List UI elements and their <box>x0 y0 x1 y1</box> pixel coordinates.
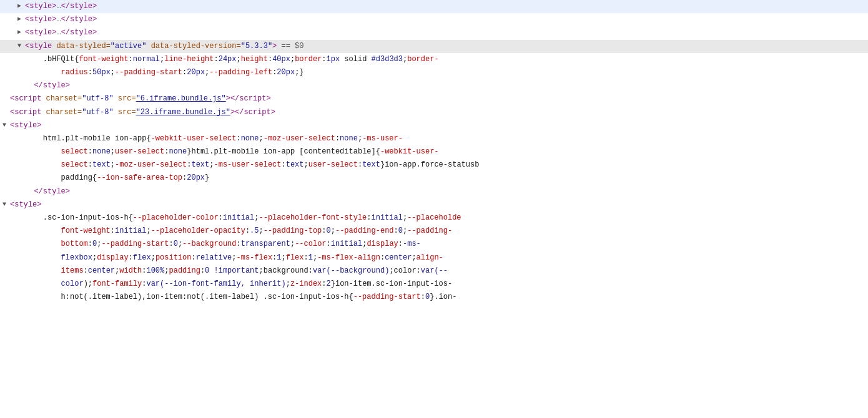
css-sc-ion-line7: h:not(.item-label),ion-item:not(.item-la… <box>0 291 868 304</box>
style-tag3-content: <style> <box>10 199 868 211</box>
css-colon-dis2: : <box>129 253 133 262</box>
css-val-initial4: initial <box>331 240 362 248</box>
style-tag3-open: <style> <box>10 200 41 209</box>
css-prop-line-height: line-height <box>164 55 214 64</box>
toggle-active-style[interactable] <box>17 41 25 48</box>
toggle-style3[interactable] <box>17 27 25 34</box>
css-val-initial2: initial <box>372 213 403 222</box>
active-style-tag-content: <style data-styled="active" data-styled-… <box>25 41 868 52</box>
ellipsis-3: … <box>56 28 61 37</box>
css-semi-ps2: ; <box>178 240 182 248</box>
css-indent-padding: padding{ <box>25 173 97 182</box>
css-padding-end: --padding-end <box>335 226 394 235</box>
css-colon-flex: : <box>304 253 308 262</box>
style-close1: </style> <box>34 81 70 90</box>
css-padding2: padding <box>169 266 200 275</box>
css-val-isat-20px: 20px <box>187 173 205 182</box>
space1 <box>146 42 150 51</box>
css-color: --color <box>295 240 326 248</box>
toggle-style1[interactable] <box>17 1 25 8</box>
css-rule-bhfqlt: .bHFQlt{font-weight:normal;line-height:2… <box>0 53 868 66</box>
css-sc-ion-content1: .sc-ion-input-ios-h{--placeholder-color:… <box>25 212 868 224</box>
css-html-plt-cont2-content: select:text;-moz-user-select:text;-ms-us… <box>25 159 868 171</box>
css-colon4: : <box>322 55 326 64</box>
css-semi-sc2: ; <box>111 160 115 169</box>
css-selector-sc-ion: .sc-ion-input-ios-h{ <box>25 213 133 222</box>
css-colon-ps2: : <box>169 240 173 248</box>
css-sc-ion-content6: color);font-family:var(--ion-font-family… <box>25 278 868 290</box>
css-colon-sc: : <box>88 147 92 156</box>
css-val-ms-flexbox: -ms- <box>403 240 421 248</box>
script2-charset: charset= <box>46 108 82 117</box>
css-html-plt-mobile-content: html.plt-mobile ion-app{-webkit-user-sel… <box>25 133 868 145</box>
css-bg-var: background: <box>264 266 313 275</box>
css-val-transparent: transparent <box>241 240 290 248</box>
css-semi-msf: ; <box>282 253 286 262</box>
css-bottom: bottom <box>61 240 88 248</box>
css-val-initial3: initial <box>115 226 146 235</box>
css-user-select2: user-select <box>308 160 358 169</box>
css-moz-user-select2: -moz-user-select <box>115 160 187 169</box>
css-val-ps-20px: 20px <box>187 68 205 77</box>
css-colon-col: : <box>327 240 331 248</box>
css-val-center2: center <box>88 266 115 275</box>
css-sc-ion-line5: items:center;width:100%;padding:0 !impor… <box>0 265 868 278</box>
css-user-select: user-select <box>115 147 164 156</box>
toggle-style-tag3[interactable] <box>2 199 10 207</box>
css-ms-flex-align: -ms-flex-align <box>317 253 380 262</box>
css-colon-pt: : <box>322 226 326 235</box>
script1-close: ></script> <box>226 94 271 103</box>
css-indent-sc3 <box>25 240 61 248</box>
tree-node-style-tag2[interactable]: <style> <box>0 119 868 132</box>
style-close-tag1: </style> <box>0 79 868 92</box>
css-sc-ion-content5: items:center;width:100%;padding:0 !impor… <box>25 265 868 277</box>
css-val-normal: normal <box>133 55 160 64</box>
css-val-center1: center <box>385 253 412 262</box>
css-indent-sc6 <box>25 279 61 288</box>
css-ms-user-select2: -ms-user-select <box>214 160 281 169</box>
tree-node-active-style[interactable]: <style data-styled="active" data-styled-… <box>0 40 868 53</box>
css-val-text2: text <box>191 160 209 169</box>
css-semi-msus2: ; <box>304 160 308 169</box>
css-colon-pc: : <box>219 213 223 222</box>
toggle-style-tag2[interactable] <box>2 120 10 127</box>
css-val-none1: none <box>241 134 259 143</box>
css-colon1: : <box>129 55 133 64</box>
toggle-style2[interactable] <box>17 14 25 21</box>
script1-charset: charset= <box>46 94 82 103</box>
css-semi-po: ; <box>259 226 264 235</box>
tree-node-style2[interactable]: <style>…</style> <box>0 13 868 26</box>
script2-charset-val: "utf-8" <box>82 108 113 117</box>
css-val-pl-20px: 20px <box>277 68 295 77</box>
css-val-24px: 24px <box>219 55 237 64</box>
css-sc-ion-line1: .sc-ion-input-ios-h{--placeholder-color:… <box>0 211 868 225</box>
script1-charset-val: "utf-8" <box>82 94 113 103</box>
css-val-flexbox: flexbox <box>61 253 92 262</box>
css-semi-ff: ; <box>286 279 290 288</box>
css-background: --background <box>182 240 236 248</box>
css-ms-user-select-cont: -ms-user- <box>362 134 403 143</box>
devtools-panel[interactable]: <style>…</style> <style>…</style> <style… <box>0 0 868 418</box>
tree-node-style-tag3[interactable]: <style> <box>0 198 868 211</box>
css-sc-ion-line4: flexbox;display:flex;position:relative;-… <box>0 251 868 265</box>
css-style-indent <box>25 81 34 90</box>
css-colon-bg: : <box>237 240 241 248</box>
css-colon-zi: : <box>322 279 326 288</box>
css-indent-sc7 <box>25 293 61 301</box>
tree-node-style1[interactable]: <style>…</style> <box>0 0 868 13</box>
tag-open-3: <style> <box>25 28 56 37</box>
tree-node-style3[interactable]: <style>…</style> <box>0 26 868 39</box>
tag-close-1: </style> <box>61 2 97 11</box>
active-style-tag-name: <style <box>25 42 56 51</box>
equals-dollar-zero: == $0 <box>277 42 303 51</box>
css-flex: flex <box>286 253 304 262</box>
css-colon-pfs: : <box>367 213 371 222</box>
css-html-plt-cont2: select:text;-moz-user-select:text;-ms-us… <box>0 158 868 172</box>
css-padding-top: --padding-top <box>264 226 322 235</box>
css-val-flex-1: 1 <box>308 253 313 262</box>
css-colon-sc2: : <box>88 160 92 169</box>
css-val-initial1: initial <box>223 213 254 222</box>
css-semi-wus: ; <box>259 134 263 143</box>
css-sc-ion-line6: color);font-family:var(--ion-font-family… <box>0 278 868 291</box>
css-prop-padding-left: --padding-left <box>209 68 272 77</box>
